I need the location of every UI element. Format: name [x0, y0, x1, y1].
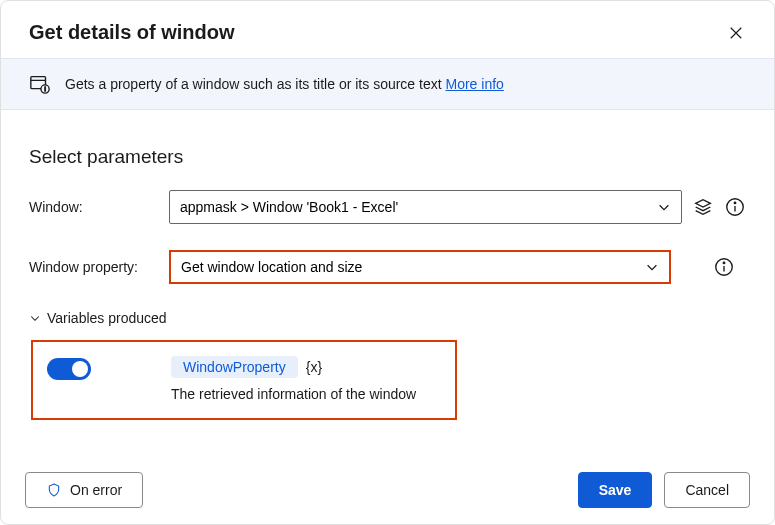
- chevron-down-icon: [645, 260, 659, 274]
- chevron-down-icon: [657, 200, 671, 214]
- property-label: Window property:: [29, 259, 169, 275]
- save-button[interactable]: Save: [578, 472, 653, 508]
- variable-type: {x}: [306, 359, 322, 375]
- more-info-link[interactable]: More info: [446, 76, 504, 92]
- dialog-title: Get details of window: [29, 21, 235, 44]
- variables-produced-toggle[interactable]: Variables produced: [29, 310, 746, 326]
- section-title: Select parameters: [29, 146, 746, 168]
- info-icon[interactable]: [724, 196, 746, 218]
- svg-point-6: [734, 202, 735, 203]
- window-label: Window:: [29, 199, 169, 215]
- svg-point-9: [723, 262, 724, 263]
- svg-text:i: i: [44, 86, 45, 92]
- window-select-value: appmask > Window 'Book1 - Excel': [180, 199, 398, 215]
- variables-block: WindowProperty {x} The retrieved informa…: [31, 340, 457, 420]
- variables-header-label: Variables produced: [47, 310, 167, 326]
- variable-enabled-toggle[interactable]: [47, 358, 91, 380]
- cancel-button[interactable]: Cancel: [664, 472, 750, 508]
- on-error-button[interactable]: On error: [25, 472, 143, 508]
- ui-element-picker-icon[interactable]: [692, 196, 714, 218]
- property-select[interactable]: Get window location and size: [169, 250, 671, 284]
- info-icon[interactable]: [713, 256, 735, 278]
- variable-name-chip[interactable]: WindowProperty: [171, 356, 298, 378]
- shield-icon: [46, 482, 62, 498]
- window-select[interactable]: appmask > Window 'Book1 - Excel': [169, 190, 682, 224]
- window-info-icon: i: [29, 73, 51, 95]
- chevron-down-icon: [29, 312, 41, 324]
- property-select-value: Get window location and size: [181, 259, 362, 275]
- variable-description: The retrieved information of the window: [171, 386, 416, 402]
- banner-text: Gets a property of a window such as its …: [65, 76, 504, 92]
- info-banner: i Gets a property of a window such as it…: [1, 58, 774, 110]
- close-icon[interactable]: [726, 23, 746, 43]
